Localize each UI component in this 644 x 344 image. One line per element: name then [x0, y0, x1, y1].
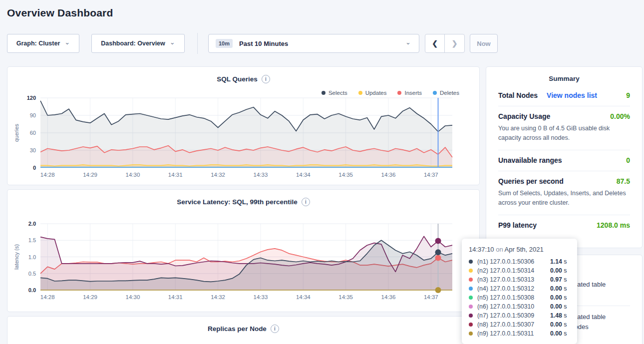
svg-text:30: 30	[30, 147, 36, 153]
node-color-dot	[469, 323, 473, 327]
node-color-dot	[469, 314, 473, 318]
tooltip-node-row: (n3) 127.0.0.1:503130.97 s	[469, 275, 570, 284]
chevron-down-icon: ⌄	[170, 40, 175, 45]
sql-queries-chart[interactable]: 14:2814:2914:3014:3114:3214:3314:3414:35…	[7, 67, 479, 185]
svg-text:60: 60	[30, 130, 36, 136]
node-address: (n8) 127.0.0.1:50307	[477, 321, 550, 328]
svg-text:14:31: 14:31	[168, 172, 183, 178]
node-address: (n3) 127.0.0.1:50313	[477, 276, 550, 283]
capacity-usage-value: 0.00%	[610, 112, 630, 120]
svg-text:14:36: 14:36	[381, 172, 396, 178]
node-address: (n9) 127.0.0.1:50311	[477, 330, 550, 337]
svg-text:14:31: 14:31	[168, 294, 183, 300]
queries-per-second-label: Queries per second	[498, 177, 564, 185]
node-address: (n7) 127.0.0.1:50309	[477, 312, 550, 319]
node-latency-value: 0.00 s	[550, 294, 570, 301]
svg-text:14:30: 14:30	[126, 294, 140, 300]
svg-text:14:35: 14:35	[338, 172, 353, 178]
node-address: (n2) 127.0.0.1:50314	[477, 267, 550, 274]
capacity-usage-desc: You are using 0 B of 4.5 GiB usable disk…	[498, 124, 630, 143]
node-color-dot	[469, 260, 473, 264]
node-color-dot	[469, 287, 473, 291]
svg-text:1.5: 1.5	[28, 237, 36, 243]
svg-text:14:37: 14:37	[424, 172, 438, 178]
svg-text:14:33: 14:33	[254, 294, 268, 300]
service-latency-panel: Service Latency: SQL, 99th percentile i …	[7, 189, 480, 312]
tooltip-node-row: (n4) 127.0.0.1:503120.00 s	[469, 284, 570, 293]
node-latency-value: 1.14 s	[550, 258, 570, 265]
tooltip-node-row: (n1) 127.0.0.1:503061.14 s	[469, 257, 570, 266]
svg-text:14:30: 14:30	[126, 172, 140, 178]
svg-text:14:34: 14:34	[296, 294, 311, 300]
total-nodes-value: 9	[626, 91, 630, 99]
info-icon[interactable]: i	[271, 325, 279, 333]
svg-text:14:35: 14:35	[338, 294, 353, 300]
tooltip-node-row: (n5) 127.0.0.1:503080.00 s	[469, 293, 570, 302]
node-latency-value: 1.48 s	[550, 312, 570, 319]
now-button[interactable]: Now	[470, 34, 498, 53]
tooltip-node-row: (n7) 127.0.0.1:503091.48 s	[469, 311, 570, 320]
time-back-button[interactable]: ❮	[425, 34, 445, 52]
svg-text:14:29: 14:29	[83, 172, 97, 178]
svg-text:0.5: 0.5	[28, 271, 36, 277]
time-step-buttons: ❮ ❯	[425, 34, 465, 53]
svg-text:14:36: 14:36	[381, 294, 396, 300]
page-title: Overview Dashboard	[7, 7, 113, 19]
svg-text:0.0: 0.0	[28, 287, 36, 293]
node-latency-value: 0.00 s	[550, 267, 570, 274]
tooltip-node-row: (n9) 127.0.0.1:503110.00 s	[469, 329, 570, 338]
unavailable-ranges-label: Unavailable ranges	[498, 156, 562, 164]
node-address: (n1) 127.0.0.1:50306	[477, 258, 550, 265]
svg-text:14:33: 14:33	[254, 172, 268, 178]
svg-text:0: 0	[33, 165, 36, 171]
service-latency-chart[interactable]: 14:2814:2914:3014:3114:3214:3314:3414:35…	[7, 190, 479, 312]
time-range-badge: 10m	[216, 39, 233, 48]
svg-text:14:37: 14:37	[424, 294, 438, 300]
svg-text:14:34: 14:34	[296, 172, 311, 178]
node-color-dot	[469, 278, 473, 282]
node-address: (n6) 127.0.0.1:50310	[477, 303, 550, 310]
tooltip-node-row: (n6) 127.0.0.1:503100.00 s	[469, 302, 570, 311]
time-range-dropdown[interactable]: 10m Past 10 Minutes ⌄	[208, 34, 419, 53]
tooltip-node-row: (n8) 127.0.0.1:503070.00 s	[469, 320, 570, 329]
time-forward-button[interactable]: ❯	[445, 34, 464, 52]
replicas-per-node-panel: Replicas per Node i	[7, 316, 480, 344]
capacity-usage-label: Capacity Usage	[498, 112, 550, 120]
dashboard-dropdown-label: Dashboard: Overview	[101, 40, 165, 47]
tooltip-timestamp: 14:37:10 on Apr 5th, 2021	[469, 246, 570, 253]
sql-queries-panel: SQL Queries i SelectsUpdatesInsertsDelet…	[7, 66, 480, 185]
p99-latency-label: P99 latency	[498, 221, 537, 229]
time-range-label: Past 10 Minutes	[239, 40, 288, 47]
node-color-dot	[469, 305, 473, 309]
node-color-dot	[469, 269, 473, 273]
graph-dropdown[interactable]: Graph: Cluster ⌄	[7, 34, 79, 53]
svg-text:90: 90	[30, 112, 36, 118]
summary-title: Summary	[486, 67, 642, 85]
node-latency-value: 0.00 s	[550, 330, 570, 337]
chart-hover-tooltip: 14:37:10 on Apr 5th, 2021 (n1) 127.0.0.1…	[462, 239, 577, 344]
svg-text:latency (s): latency (s)	[13, 244, 19, 270]
svg-text:120: 120	[27, 95, 36, 101]
svg-text:1.0: 1.0	[28, 254, 36, 260]
chevron-down-icon: ⌄	[64, 40, 70, 45]
queries-per-second-value: 87.5	[617, 177, 630, 185]
p99-latency-value: 1208.0 ms	[597, 221, 630, 229]
summary-card: Summary Total Nodes View nodes list 9 Ca…	[486, 66, 643, 248]
svg-text:14:28: 14:28	[40, 294, 55, 300]
queries-per-second-desc: Sum of Selects, Updates, Inserts, and De…	[498, 189, 630, 208]
svg-text:14:32: 14:32	[211, 294, 225, 300]
svg-text:2.0: 2.0	[28, 221, 36, 227]
dashboard-dropdown[interactable]: Dashboard: Overview ⌄	[91, 34, 185, 53]
node-color-dot	[469, 332, 473, 336]
node-address: (n4) 127.0.0.1:50312	[477, 285, 550, 292]
view-nodes-list-link[interactable]: View nodes list	[547, 91, 597, 99]
node-latency-value: 0.97 s	[550, 276, 570, 283]
svg-text:queries: queries	[13, 123, 19, 142]
chevron-down-icon: ⌄	[405, 40, 411, 45]
tooltip-node-row: (n2) 127.0.0.1:503140.00 s	[469, 266, 570, 275]
unavailable-ranges-value: 0	[626, 156, 630, 164]
node-latency-value: 0.00 s	[550, 321, 570, 328]
svg-text:14:32: 14:32	[211, 172, 225, 178]
graph-dropdown-label: Graph: Cluster	[16, 40, 60, 47]
replicas-per-node-title: Replicas per Node	[208, 325, 267, 333]
